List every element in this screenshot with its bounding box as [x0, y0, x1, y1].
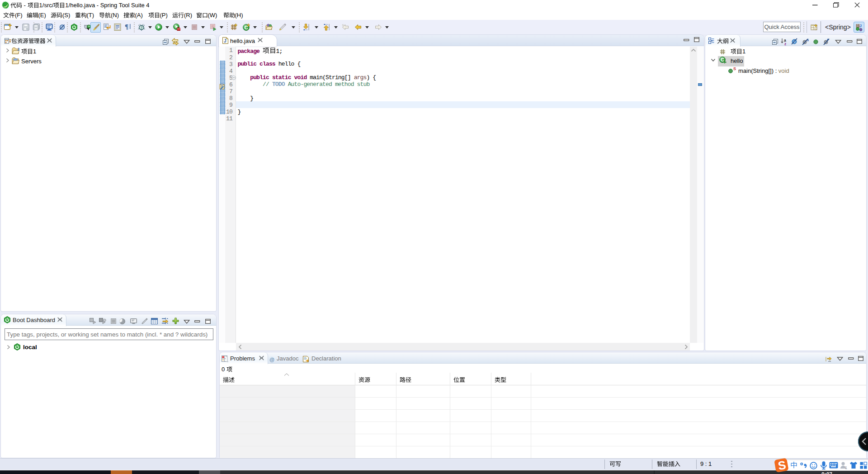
svg-text:J: J [859, 24, 862, 28]
svg-text:z: z [784, 42, 786, 46]
svg-text:C: C [244, 25, 248, 30]
svg-text:1: 1 [845, 465, 847, 469]
svg-text:@: @ [269, 357, 274, 362]
svg-text:J: J [17, 47, 19, 52]
svg-text:¶: ¶ [125, 23, 128, 30]
svg-text:J: J [224, 38, 226, 43]
svg-text:C: C [721, 57, 724, 62]
